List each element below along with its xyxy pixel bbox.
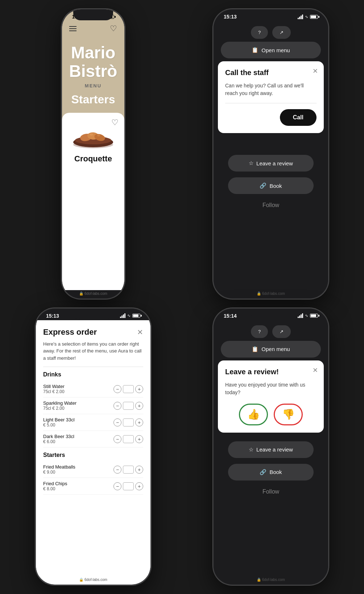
favorite-icon[interactable]: ♡: [110, 24, 117, 33]
starters-heading: Starters: [43, 452, 143, 458]
open-menu-button-4[interactable]: 📋 Open menu: [221, 341, 321, 358]
open-menu-button[interactable]: 📋 Open menu: [221, 42, 321, 58]
item-name: Croquette: [74, 154, 112, 164]
qty-plus-5[interactable]: +: [135, 466, 143, 474]
leave-review-button[interactable]: ☆ Leave a review: [228, 155, 314, 172]
status-time-2: 15:13: [224, 14, 237, 20]
signal-icon-3: [120, 313, 125, 318]
hamburger-icon[interactable]: [69, 26, 76, 31]
footer-url-1: 🔒 6dof-labs.com: [62, 290, 125, 298]
phone-call-staff: 15:13 ∿ ? ↗: [213, 9, 329, 299]
qty-plus-1[interactable]: +: [135, 385, 143, 393]
qty-control-3: − +: [113, 418, 143, 426]
status-icons-4: ∿: [298, 313, 318, 318]
qty-plus-6[interactable]: +: [135, 482, 143, 490]
thumbs-down-button[interactable]: 👎: [274, 404, 303, 425]
qty-minus-1[interactable]: −: [113, 385, 121, 393]
notch-2: [251, 9, 291, 20]
call-staff-modal: Call the staff ✕ Can we help you? Call u…: [218, 61, 324, 133]
status-bar-1: 13:19 📶: [62, 9, 125, 21]
phone-mario-bistro: 13:19 📶 ♡ Mario: [61, 9, 125, 299]
modal-divider-2: [225, 103, 317, 103]
share-button-4[interactable]: ↗: [272, 325, 291, 338]
share-icon: ↗: [280, 30, 284, 35]
share-button[interactable]: ↗: [272, 26, 291, 39]
leave-review-button-4[interactable]: ☆ Leave a review: [228, 441, 314, 458]
qty-control-4: − +: [113, 435, 143, 443]
menu-label: MENU: [85, 83, 102, 88]
open-menu-label: Open menu: [261, 47, 290, 53]
item-price-still-water: 75cl € 2.00: [43, 389, 65, 394]
review-text: Have you enjoyed your time with us today…: [225, 381, 317, 396]
book-button-4[interactable]: 🔗 Book: [228, 464, 314, 480]
svg-point-7: [97, 135, 100, 136]
hero-section: Mario Bistrò MENU Starters: [62, 36, 125, 110]
qty-plus-4[interactable]: +: [135, 435, 143, 443]
star-icon: ☆: [249, 160, 253, 166]
thumbs-up-button[interactable]: 👍: [239, 404, 268, 425]
qty-input-1[interactable]: [123, 385, 134, 393]
footer-url-2: 🔒 6dof-labs.com: [214, 290, 328, 298]
phone-review: 15:14 ∿ ? ↗: [213, 308, 329, 586]
qty-input-4[interactable]: [123, 435, 134, 443]
modal-close-2[interactable]: ✕: [313, 67, 318, 75]
status-bar-2: 15:13 ∿: [214, 9, 328, 21]
book-button[interactable]: 🔗 Book: [228, 177, 314, 194]
qty-minus-2[interactable]: −: [113, 402, 121, 410]
qty-minus-5[interactable]: −: [113, 466, 121, 474]
menu-icon-4: 📋: [252, 346, 258, 352]
call-button[interactable]: Call: [280, 109, 317, 126]
notch-4: [251, 309, 291, 319]
menu-icon: 📋: [252, 47, 258, 53]
svg-point-6: [90, 133, 93, 136]
status-bar-4: 15:14 ∿: [214, 309, 328, 320]
action-row-2: ? ↗: [214, 21, 328, 42]
follow-label-2: Follow: [214, 197, 328, 214]
order-item: Light Beer 33cl € 5.00 − +: [43, 414, 143, 431]
bottom-btns-2: ☆ Leave a review 🔗 Book: [214, 133, 328, 197]
restaurant-name: Mario Bistrò: [69, 44, 117, 80]
bottom-btns-4: ☆ Leave a review 🔗 Book: [214, 433, 328, 483]
action-row-4: ? ↗: [214, 320, 328, 341]
item-name-chips: Fried Chips: [43, 481, 67, 486]
signal-icon-2: [298, 15, 303, 19]
qty-input-2[interactable]: [123, 402, 134, 410]
express-close-button[interactable]: ✕: [137, 328, 143, 337]
review-close-button[interactable]: ✕: [313, 366, 318, 374]
order-item: Fried Meatballs € 9.00 − +: [43, 461, 143, 478]
order-item: Sparkling Water 75cl € 2.00 − +: [43, 397, 143, 414]
qty-plus-3[interactable]: +: [135, 418, 143, 426]
footer-url-3: 🔒 6dof-labs.com: [36, 576, 150, 585]
phone-express-order: 15:13 ∿ Express order ✕ Here's a selecti…: [35, 308, 151, 586]
help-button[interactable]: ?: [251, 26, 268, 39]
card-heart-icon[interactable]: ♡: [111, 118, 119, 127]
item-name-sparkling: Sparkling Water: [43, 400, 76, 406]
link-icon: 🔗: [260, 182, 266, 189]
section-label: Starters: [71, 93, 115, 106]
phone1-content: ♡ Mario Bistrò MENU Starters ♡: [62, 21, 125, 290]
follow-label-4: Follow: [214, 483, 328, 500]
qty-minus-4[interactable]: −: [113, 435, 121, 443]
help-button-4[interactable]: ?: [251, 325, 268, 338]
footer-url-4: 🔒 6dof-labs.com: [214, 576, 328, 585]
battery-icon-3: [132, 314, 140, 318]
qty-minus-3[interactable]: −: [113, 418, 121, 426]
qty-input-5[interactable]: [123, 466, 134, 474]
star-icon-4: ☆: [249, 446, 253, 453]
qty-minus-6[interactable]: −: [113, 482, 121, 490]
battery-icon-2: [310, 15, 318, 19]
status-bar-3: 15:13 ∿: [36, 309, 150, 320]
order-item: Dark Beer 33cl € 6.00 − +: [43, 431, 143, 447]
qty-input-3[interactable]: [123, 418, 134, 426]
item-card: ♡ Croquette: [62, 113, 125, 290]
item-price-meatballs: € 9.00: [43, 470, 75, 475]
phone4-content: ? ↗ 📋 Open menu Leave a review! ✕ Have y…: [214, 320, 328, 577]
order-item: Fried Chips € 8.00 − +: [43, 478, 143, 495]
phone2-content: ? ↗ 📋 Open menu Call the staff ✕ Can we …: [214, 21, 328, 290]
modal-title-2: Call the staff: [225, 69, 317, 77]
qty-input-6[interactable]: [123, 482, 134, 490]
share-icon-4: ↗: [280, 329, 284, 334]
signal-icon-4: [298, 313, 303, 318]
qty-plus-2[interactable]: +: [135, 402, 143, 410]
review-title: Leave a review!: [225, 368, 317, 376]
